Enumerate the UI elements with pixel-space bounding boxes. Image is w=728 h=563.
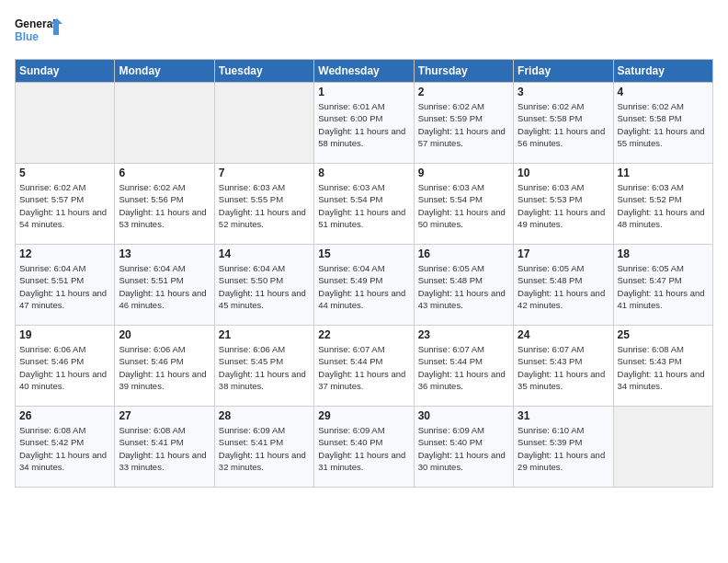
calendar-cell: 25Sunrise: 6:08 AM Sunset: 5:43 PM Dayli… <box>613 326 712 407</box>
page-header: General Blue <box>15 15 713 53</box>
day-info: Sunrise: 6:03 AM Sunset: 5:55 PM Dayligh… <box>219 181 310 230</box>
day-info: Sunrise: 6:09 AM Sunset: 5:40 PM Dayligh… <box>418 424 509 473</box>
day-header-friday: Friday <box>514 60 613 83</box>
day-info: Sunrise: 6:02 AM Sunset: 5:58 PM Dayligh… <box>618 100 709 149</box>
calendar-cell: 12Sunrise: 6:04 AM Sunset: 5:51 PM Dayli… <box>16 245 115 326</box>
calendar-cell: 29Sunrise: 6:09 AM Sunset: 5:40 PM Dayli… <box>314 407 414 488</box>
calendar-cell: 9Sunrise: 6:03 AM Sunset: 5:54 PM Daylig… <box>414 164 513 245</box>
day-number: 3 <box>518 86 609 98</box>
day-info: Sunrise: 6:02 AM Sunset: 5:57 PM Dayligh… <box>19 181 110 230</box>
calendar-cell: 4Sunrise: 6:02 AM Sunset: 5:58 PM Daylig… <box>613 83 712 164</box>
calendar-week-row: 1Sunrise: 6:01 AM Sunset: 6:00 PM Daylig… <box>16 83 713 164</box>
day-number: 30 <box>418 409 509 422</box>
day-number: 6 <box>119 167 210 179</box>
calendar-week-row: 19Sunrise: 6:06 AM Sunset: 5:46 PM Dayli… <box>16 326 713 407</box>
calendar-cell: 10Sunrise: 6:03 AM Sunset: 5:53 PM Dayli… <box>514 164 613 245</box>
day-number: 22 <box>318 328 409 341</box>
day-number: 20 <box>119 328 210 341</box>
calendar-cell <box>16 83 115 164</box>
day-number: 19 <box>19 328 110 341</box>
calendar-cell: 23Sunrise: 6:07 AM Sunset: 5:44 PM Dayli… <box>414 326 513 407</box>
calendar-cell: 13Sunrise: 6:04 AM Sunset: 5:51 PM Dayli… <box>115 245 214 326</box>
day-number: 10 <box>518 167 609 179</box>
day-info: Sunrise: 6:03 AM Sunset: 5:54 PM Dayligh… <box>318 181 409 230</box>
calendar-cell: 2Sunrise: 6:02 AM Sunset: 5:59 PM Daylig… <box>414 83 513 164</box>
day-header-wednesday: Wednesday <box>314 60 414 83</box>
day-number: 12 <box>19 247 110 260</box>
day-number: 28 <box>219 409 310 422</box>
day-info: Sunrise: 6:09 AM Sunset: 5:41 PM Dayligh… <box>219 424 310 473</box>
day-info: Sunrise: 6:08 AM Sunset: 5:43 PM Dayligh… <box>618 343 709 392</box>
logo-icon: General Blue <box>15 15 63 53</box>
calendar-cell: 3Sunrise: 6:02 AM Sunset: 5:58 PM Daylig… <box>514 83 613 164</box>
day-number: 9 <box>418 167 509 179</box>
calendar-cell: 27Sunrise: 6:08 AM Sunset: 5:41 PM Dayli… <box>115 407 214 488</box>
day-number: 14 <box>219 247 310 260</box>
calendar-cell: 8Sunrise: 6:03 AM Sunset: 5:54 PM Daylig… <box>314 164 414 245</box>
day-number: 8 <box>318 167 409 179</box>
day-info: Sunrise: 6:04 AM Sunset: 5:49 PM Dayligh… <box>318 262 409 311</box>
day-number: 16 <box>418 247 509 260</box>
day-number: 11 <box>618 167 709 179</box>
day-info: Sunrise: 6:07 AM Sunset: 5:44 PM Dayligh… <box>318 343 409 392</box>
calendar-cell <box>115 83 214 164</box>
calendar-week-row: 5Sunrise: 6:02 AM Sunset: 5:57 PM Daylig… <box>16 164 713 245</box>
day-info: Sunrise: 6:05 AM Sunset: 5:48 PM Dayligh… <box>518 262 609 311</box>
day-info: Sunrise: 6:01 AM Sunset: 6:00 PM Dayligh… <box>318 100 409 149</box>
calendar-cell <box>214 83 313 164</box>
day-number: 21 <box>219 328 310 341</box>
calendar-cell: 11Sunrise: 6:03 AM Sunset: 5:52 PM Dayli… <box>613 164 712 245</box>
day-info: Sunrise: 6:06 AM Sunset: 5:46 PM Dayligh… <box>119 343 210 392</box>
day-info: Sunrise: 6:05 AM Sunset: 5:47 PM Dayligh… <box>618 262 709 311</box>
calendar-cell: 20Sunrise: 6:06 AM Sunset: 5:46 PM Dayli… <box>115 326 214 407</box>
calendar-cell: 6Sunrise: 6:02 AM Sunset: 5:56 PM Daylig… <box>115 164 214 245</box>
calendar-cell: 28Sunrise: 6:09 AM Sunset: 5:41 PM Dayli… <box>214 407 313 488</box>
calendar-cell: 19Sunrise: 6:06 AM Sunset: 5:46 PM Dayli… <box>16 326 115 407</box>
calendar-cell: 31Sunrise: 6:10 AM Sunset: 5:39 PM Dayli… <box>514 407 613 488</box>
day-info: Sunrise: 6:02 AM Sunset: 5:58 PM Dayligh… <box>518 100 609 149</box>
day-info: Sunrise: 6:02 AM Sunset: 5:56 PM Dayligh… <box>119 181 210 230</box>
calendar-cell: 22Sunrise: 6:07 AM Sunset: 5:44 PM Dayli… <box>314 326 414 407</box>
day-number: 26 <box>19 409 110 422</box>
calendar-table: SundayMondayTuesdayWednesdayThursdayFrid… <box>15 59 713 488</box>
calendar-cell: 17Sunrise: 6:05 AM Sunset: 5:48 PM Dayli… <box>514 245 613 326</box>
day-header-monday: Monday <box>115 60 214 83</box>
calendar-cell <box>613 407 712 488</box>
day-number: 18 <box>618 247 709 260</box>
day-number: 25 <box>618 328 709 341</box>
day-header-sunday: Sunday <box>16 60 115 83</box>
day-number: 1 <box>318 86 409 98</box>
day-number: 24 <box>518 328 609 341</box>
day-number: 7 <box>219 167 310 179</box>
day-number: 23 <box>418 328 509 341</box>
day-info: Sunrise: 6:03 AM Sunset: 5:53 PM Dayligh… <box>518 181 609 230</box>
day-info: Sunrise: 6:05 AM Sunset: 5:48 PM Dayligh… <box>418 262 509 311</box>
day-number: 15 <box>318 247 409 260</box>
day-number: 13 <box>119 247 210 260</box>
calendar-cell: 24Sunrise: 6:07 AM Sunset: 5:43 PM Dayli… <box>514 326 613 407</box>
calendar-cell: 1Sunrise: 6:01 AM Sunset: 6:00 PM Daylig… <box>314 83 414 164</box>
day-number: 27 <box>119 409 210 422</box>
day-info: Sunrise: 6:07 AM Sunset: 5:43 PM Dayligh… <box>518 343 609 392</box>
day-number: 29 <box>318 409 409 422</box>
calendar-cell: 30Sunrise: 6:09 AM Sunset: 5:40 PM Dayli… <box>414 407 513 488</box>
day-header-tuesday: Tuesday <box>214 60 313 83</box>
logo: General Blue <box>15 15 63 53</box>
calendar-cell: 5Sunrise: 6:02 AM Sunset: 5:57 PM Daylig… <box>16 164 115 245</box>
day-number: 4 <box>618 86 709 98</box>
calendar-week-row: 26Sunrise: 6:08 AM Sunset: 5:42 PM Dayli… <box>16 407 713 488</box>
day-info: Sunrise: 6:06 AM Sunset: 5:46 PM Dayligh… <box>19 343 110 392</box>
calendar-week-row: 12Sunrise: 6:04 AM Sunset: 5:51 PM Dayli… <box>16 245 713 326</box>
day-info: Sunrise: 6:06 AM Sunset: 5:45 PM Dayligh… <box>219 343 310 392</box>
day-number: 17 <box>518 247 609 260</box>
calendar-cell: 18Sunrise: 6:05 AM Sunset: 5:47 PM Dayli… <box>613 245 712 326</box>
day-header-thursday: Thursday <box>414 60 513 83</box>
day-info: Sunrise: 6:03 AM Sunset: 5:52 PM Dayligh… <box>618 181 709 230</box>
day-info: Sunrise: 6:04 AM Sunset: 5:51 PM Dayligh… <box>19 262 110 311</box>
day-info: Sunrise: 6:04 AM Sunset: 5:51 PM Dayligh… <box>119 262 210 311</box>
day-info: Sunrise: 6:04 AM Sunset: 5:50 PM Dayligh… <box>219 262 310 311</box>
day-info: Sunrise: 6:02 AM Sunset: 5:59 PM Dayligh… <box>418 100 509 149</box>
calendar-cell: 14Sunrise: 6:04 AM Sunset: 5:50 PM Dayli… <box>214 245 313 326</box>
calendar-cell: 7Sunrise: 6:03 AM Sunset: 5:55 PM Daylig… <box>214 164 313 245</box>
calendar-cell: 15Sunrise: 6:04 AM Sunset: 5:49 PM Dayli… <box>314 245 414 326</box>
